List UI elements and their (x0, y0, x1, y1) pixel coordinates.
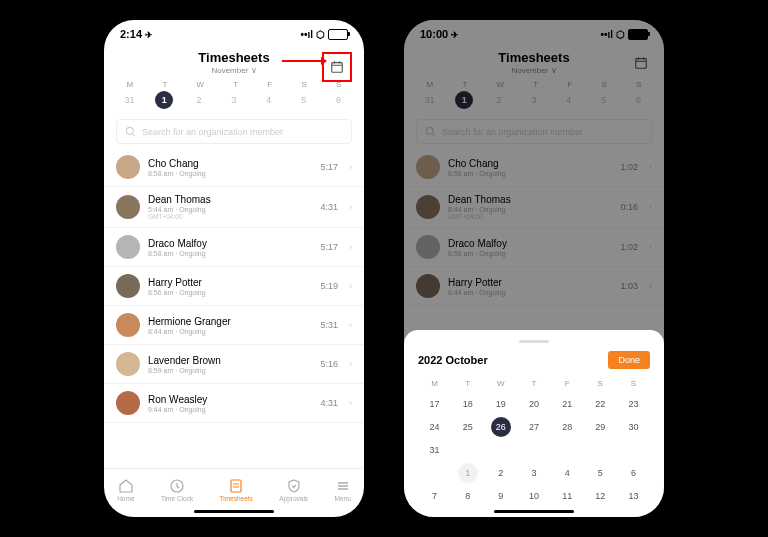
time-value: 5:17 (320, 162, 338, 172)
calendar-day (584, 440, 617, 460)
tab-menu[interactable]: Menu (334, 478, 350, 502)
member-name: Ron Weasley (148, 394, 312, 405)
svg-rect-0 (332, 63, 343, 73)
calendar-day[interactable]: 20 (517, 394, 550, 414)
chevron-right-icon: › (349, 359, 352, 369)
chevron-right-icon: › (349, 281, 352, 291)
calendar-day[interactable]: 8 (451, 486, 484, 506)
search-input[interactable]: Search for an organization member (116, 119, 352, 144)
date-cell[interactable]: 3 (225, 91, 243, 109)
tab-timesheets[interactable]: Timesheets (220, 478, 253, 502)
calendar-day[interactable]: 18 (451, 394, 484, 414)
status-icons: ••ıl⬡ (300, 29, 348, 40)
avatar (116, 155, 140, 179)
avatar (116, 313, 140, 337)
avatar (116, 274, 140, 298)
home-indicator[interactable] (494, 510, 574, 513)
member-row[interactable]: Lavender Brown 8:59 am · Ongoing 5:16 › (104, 345, 364, 384)
calendar-day (451, 440, 484, 460)
date-cell[interactable]: 31 (120, 91, 138, 109)
calendar-day (418, 463, 451, 483)
time-value: 5:31 (320, 320, 338, 330)
search-icon (125, 126, 136, 137)
member-name: Cho Chang (148, 158, 312, 169)
calendar-day[interactable]: 27 (517, 417, 550, 437)
calendar-day[interactable]: 4 (551, 463, 584, 483)
drag-handle[interactable] (519, 340, 549, 343)
date-cell[interactable]: 2 (190, 91, 208, 109)
avatar (116, 235, 140, 259)
calendar-day[interactable]: 23 (617, 394, 650, 414)
calendar-day[interactable]: 11 (551, 486, 584, 506)
calendar-day[interactable]: 30 (617, 417, 650, 437)
avatar (116, 391, 140, 415)
tab-time-clock[interactable]: Time Clock (161, 478, 193, 502)
member-name: Hermione Granger (148, 316, 312, 327)
calendar-day[interactable]: 1 (458, 463, 478, 483)
approvals-icon (286, 478, 302, 494)
member-row[interactable]: Hermione Granger 8:44 am · Ongoing 5:31 … (104, 306, 364, 345)
calendar-day[interactable]: 3 (517, 463, 550, 483)
svg-point-4 (126, 127, 133, 134)
calendar-day[interactable]: 26 (491, 417, 511, 437)
timesheets-icon (228, 478, 244, 494)
calendar-day[interactable]: 7 (418, 486, 451, 506)
date-cell[interactable]: 6 (329, 91, 347, 109)
member-list: Cho Chang 8:58 am · Ongoing 5:17 › Dean … (104, 148, 364, 468)
time-value: 4:31 (320, 398, 338, 408)
tab-approvals[interactable]: Approvals (279, 478, 308, 502)
calendar-day[interactable]: 28 (551, 417, 584, 437)
calendar-day[interactable]: 19 (484, 394, 517, 414)
calendar-day[interactable]: 21 (551, 394, 584, 414)
time-value: 5:17 (320, 242, 338, 252)
time-clock-icon (169, 478, 185, 494)
calendar-day[interactable]: 5 (584, 463, 617, 483)
time-value: 5:16 (320, 359, 338, 369)
tab-home[interactable]: Home (117, 478, 134, 502)
calendar-day[interactable]: 10 (517, 486, 550, 506)
chevron-right-icon: › (349, 320, 352, 330)
chevron-right-icon: › (349, 242, 352, 252)
member-name: Lavender Brown (148, 355, 312, 366)
calendar-day[interactable]: 12 (584, 486, 617, 506)
member-row[interactable]: Draco Malfoy 8:58 am · Ongoing 5:17 › (104, 228, 364, 267)
member-row[interactable]: Cho Chang 8:58 am · Ongoing 5:17 › (104, 148, 364, 187)
time-value: 5:19 (320, 281, 338, 291)
annotation-arrow (282, 60, 326, 62)
calendar-day[interactable]: 6 (617, 463, 650, 483)
chevron-right-icon: › (349, 398, 352, 408)
calendar-day (551, 440, 584, 460)
calendar-day[interactable]: 25 (451, 417, 484, 437)
calendar-day[interactable]: 29 (584, 417, 617, 437)
svg-rect-9 (231, 480, 241, 492)
date-picker-sheet: 2022 October Done MTWTFSS171819202122232… (404, 330, 664, 517)
calendar-day[interactable]: 9 (484, 486, 517, 506)
member-name: Draco Malfoy (148, 238, 312, 249)
calendar-day (517, 440, 550, 460)
date-cell[interactable]: 5 (295, 91, 313, 109)
home-indicator[interactable] (194, 510, 274, 513)
status-bar: 2:14 ✈ ••ıl⬡ (104, 20, 364, 48)
done-button[interactable]: Done (608, 351, 650, 369)
chevron-right-icon: › (349, 202, 352, 212)
calendar-day[interactable]: 2 (484, 463, 517, 483)
date-cell[interactable]: 1 (155, 91, 173, 109)
home-icon (118, 478, 134, 494)
calendar-day[interactable]: 22 (584, 394, 617, 414)
calendar-day[interactable]: 24 (418, 417, 451, 437)
calendar-day[interactable]: 13 (617, 486, 650, 506)
svg-line-8 (177, 486, 179, 488)
member-name: Dean Thomas (148, 194, 312, 205)
date-cell[interactable]: 4 (260, 91, 278, 109)
avatar (116, 352, 140, 376)
sheet-title: 2022 October (418, 354, 488, 366)
member-row[interactable]: Ron Weasley 9:44 am · Ongoing 4:31 › (104, 384, 364, 423)
calendar-day (484, 440, 517, 460)
calendar-day[interactable]: 31 (418, 440, 451, 460)
member-name: Harry Potter (148, 277, 312, 288)
member-row[interactable]: Dean Thomas 5:44 am · Ongoing GMT+04:00 … (104, 187, 364, 228)
calendar-day[interactable]: 17 (418, 394, 451, 414)
calendar-day (617, 440, 650, 460)
battery-icon (328, 29, 348, 40)
member-row[interactable]: Harry Potter 8:56 am · Ongoing 5:19 › (104, 267, 364, 306)
